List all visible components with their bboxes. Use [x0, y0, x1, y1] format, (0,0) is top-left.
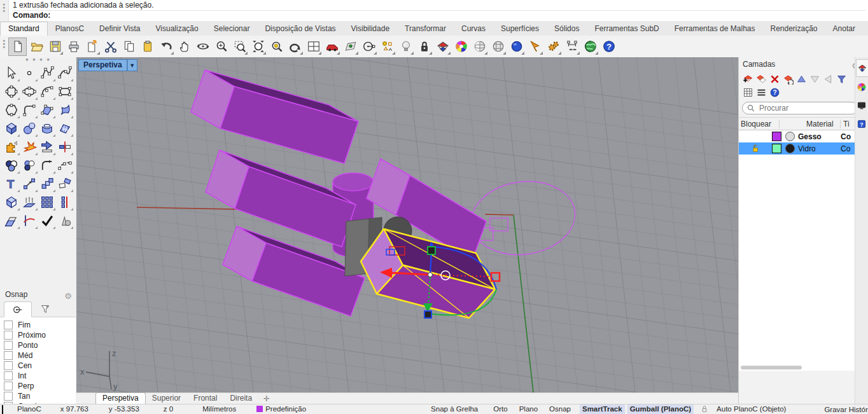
- zoom-dynamic-button[interactable]: [213, 38, 230, 55]
- menu-tab-novo-na-v8[interactable]: Novo na V8: [863, 22, 868, 36]
- cut-button[interactable]: [102, 38, 119, 55]
- status-gumball-planoc-[interactable]: Gumball (PlanoC): [627, 404, 694, 414]
- palette-point-button[interactable]: [20, 64, 38, 82]
- shaded-sphere-button[interactable]: [471, 38, 488, 55]
- palette-circle-button[interactable]: [3, 82, 20, 100]
- status-gravar-hist-ric[interactable]: Gravar Históric: [822, 404, 868, 414]
- gumball-scale-handle-blue[interactable]: [424, 311, 431, 318]
- palette-select-button[interactable]: [3, 64, 20, 82]
- status-x-97-763[interactable]: x 97.763: [58, 404, 91, 414]
- help-button[interactable]: ?: [600, 38, 617, 55]
- paste-button[interactable]: [139, 38, 156, 55]
- color-wheel-button[interactable]: [452, 38, 470, 55]
- cplane-button[interactable]: [360, 38, 377, 55]
- menu-tab-visualiza-o[interactable]: Visualização: [148, 22, 206, 36]
- status-z-0[interactable]: z 0: [161, 404, 176, 414]
- palette-polyline-button[interactable]: [38, 64, 56, 82]
- display-tab-button[interactable]: [856, 97, 867, 114]
- palette-array-linear-button[interactable]: [56, 193, 74, 211]
- menu-tab-s-lidos[interactable]: Sólidos: [547, 22, 587, 36]
- new-layer-button[interactable]: [741, 73, 755, 85]
- status-y-53-353[interactable]: y -53.353: [106, 404, 142, 414]
- chevron-down-icon[interactable]: ▼: [127, 59, 137, 71]
- palette-rotate-button[interactable]: [56, 174, 74, 193]
- menu-tab-renderiza-o[interactable]: Renderização: [763, 22, 825, 36]
- palette-explode-button[interactable]: [20, 137, 38, 156]
- palette-move-button[interactable]: [20, 174, 38, 193]
- material-ball-icon[interactable]: [785, 144, 795, 153]
- render-sphere-button[interactable]: [508, 38, 525, 55]
- palette-text-button[interactable]: T: [3, 174, 20, 193]
- status-planoc[interactable]: PlanoC: [15, 404, 44, 414]
- palette-sphere-button[interactable]: [20, 119, 38, 137]
- filter-button[interactable]: [835, 73, 848, 85]
- layer-color-swatch[interactable]: [772, 132, 781, 141]
- layers-search-box[interactable]: [742, 102, 858, 114]
- menu-tab-anotar[interactable]: Anotar: [825, 22, 863, 36]
- menu-tab-definir-vista[interactable]: Definir Vista: [92, 22, 148, 36]
- search-input[interactable]: [758, 103, 843, 113]
- palette-check-selection-button[interactable]: [38, 211, 56, 230]
- layer-row-vidro[interactable]: VidroCo: [739, 142, 856, 155]
- palette-arc-button[interactable]: [38, 82, 56, 100]
- palette-surface-patch-button[interactable]: [56, 100, 74, 119]
- menu-tab-ferramentas-de-malhas[interactable]: Ferramentas de Malhas: [667, 22, 763, 36]
- padlock-icon[interactable]: [697, 404, 711, 414]
- status-osnap[interactable]: Osnap: [547, 404, 573, 414]
- car-button[interactable]: [323, 38, 340, 55]
- column-type[interactable]: Ti: [841, 120, 856, 128]
- menu-tab-curvas[interactable]: Curvas: [454, 22, 493, 36]
- lock-button[interactable]: [416, 38, 433, 55]
- command-prompt[interactable]: Comando:: [13, 11, 50, 20]
- palette-copy-objects-button[interactable]: [38, 174, 56, 193]
- viewport-title-tab[interactable]: Perspetiva ▼: [78, 59, 137, 71]
- osnap-tab[interactable]: [4, 301, 32, 317]
- toolbar-grip[interactable]: ●●●: [0, 36, 8, 57]
- print-button[interactable]: [65, 38, 82, 55]
- zoom-window-button[interactable]: [231, 38, 248, 55]
- earth-button[interactable]: [582, 38, 599, 55]
- selection-filter-button[interactable]: [379, 38, 396, 55]
- palette-surface-grid-button[interactable]: [56, 119, 74, 137]
- palette-ellipse-button[interactable]: [20, 82, 38, 100]
- dimension-button[interactable]: [563, 38, 580, 55]
- viewport-canvas[interactable]: z x y: [76, 57, 738, 392]
- gear-icon[interactable]: ⚙: [64, 289, 72, 303]
- mesh-sphere-button[interactable]: [489, 38, 507, 55]
- layer-color-swatch[interactable]: [772, 144, 781, 153]
- palette-rectangle-button[interactable]: [56, 82, 74, 100]
- viewport-tab-frontal[interactable]: Frontal: [187, 393, 223, 404]
- delete-layer-button[interactable]: [768, 73, 781, 85]
- palette-explode-puzzle-button[interactable]: [3, 137, 20, 156]
- menu-tab-superf-cies[interactable]: Superfícies: [493, 22, 547, 36]
- gears-button[interactable]: [545, 38, 562, 55]
- checkbox-tan[interactable]: [4, 392, 13, 401]
- gumball-origin[interactable]: [428, 273, 433, 277]
- palette-trim-button[interactable]: [38, 137, 56, 156]
- materials-tab-button[interactable]: [856, 79, 867, 95]
- layers-pie-button[interactable]: [434, 38, 451, 55]
- status-auto-planoc-objeto-[interactable]: Auto PlanoC (Objeto): [714, 404, 788, 414]
- status-mil-metros[interactable]: Milímetros: [200, 404, 239, 414]
- checkbox-perp[interactable]: [4, 382, 13, 390]
- menu-tab-standard[interactable]: Standard: [0, 22, 48, 36]
- new-sublayer-button[interactable]: [755, 73, 768, 85]
- material-ball-icon[interactable]: [785, 132, 795, 141]
- move-up-button[interactable]: [795, 73, 808, 85]
- duplicate-layer-button[interactable]: [781, 73, 795, 85]
- lightbulb-button[interactable]: [397, 38, 414, 55]
- cursor-cone-button[interactable]: [526, 38, 543, 55]
- palette-curve-button[interactable]: [56, 64, 74, 82]
- checkbox-cen[interactable]: [4, 361, 13, 370]
- viewport-tab-superior[interactable]: Superior: [146, 393, 187, 404]
- menu-tab-planosc[interactable]: PlanosC: [48, 22, 92, 36]
- palette-solid-union-button[interactable]: [3, 193, 20, 211]
- palette-split-button[interactable]: [56, 137, 74, 156]
- command-history-line[interactable]: 1 extrusão fechada adicionada à seleção.: [13, 1, 865, 11]
- gumball-scale-handle-green[interactable]: [428, 247, 435, 254]
- status-orto[interactable]: Orto: [491, 404, 510, 414]
- menu-tab-disposi-o-de-vistas[interactable]: Disposição de Vistas: [257, 22, 343, 36]
- help-tab-button[interactable]: ?: [856, 116, 867, 132]
- zoom-selected-button[interactable]: [268, 38, 285, 55]
- palette-surface-3pt-button[interactable]: [38, 100, 56, 119]
